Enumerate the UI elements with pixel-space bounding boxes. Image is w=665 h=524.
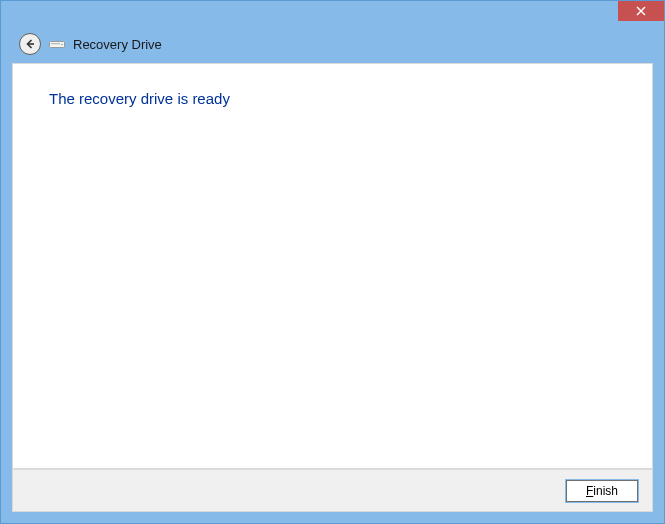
back-arrow-icon <box>24 38 36 50</box>
wizard-footer: Finish <box>12 469 653 512</box>
svg-rect-4 <box>51 43 60 44</box>
close-icon <box>636 6 646 16</box>
drive-icon <box>49 38 65 50</box>
back-button[interactable] <box>19 33 41 55</box>
recovery-drive-window: Recovery Drive The recovery drive is rea… <box>0 0 665 524</box>
svg-point-5 <box>61 44 63 46</box>
content-inner: The recovery drive is ready <box>13 64 652 133</box>
titlebar <box>1 1 664 29</box>
finish-button[interactable]: Finish <box>566 480 638 502</box>
wizard-header: Recovery Drive <box>1 29 664 59</box>
page-heading: The recovery drive is ready <box>49 90 616 107</box>
wizard-title: Recovery Drive <box>73 37 162 52</box>
content-area: The recovery drive is ready <box>12 63 653 469</box>
close-button[interactable] <box>618 1 664 21</box>
